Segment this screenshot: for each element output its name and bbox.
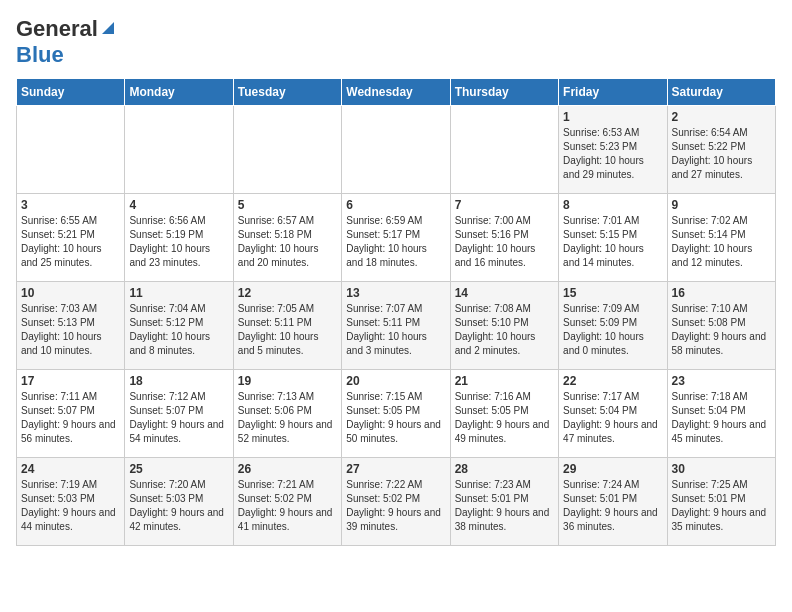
day-number: 4 [129, 198, 228, 212]
day-number: 9 [672, 198, 771, 212]
calendar-cell: 30Sunrise: 7:25 AMSunset: 5:01 PMDayligh… [667, 458, 775, 546]
day-number: 25 [129, 462, 228, 476]
day-info: Sunrise: 7:25 AMSunset: 5:01 PMDaylight:… [672, 478, 771, 534]
day-info: Sunrise: 7:07 AMSunset: 5:11 PMDaylight:… [346, 302, 445, 358]
calendar-cell: 28Sunrise: 7:23 AMSunset: 5:01 PMDayligh… [450, 458, 558, 546]
day-info: Sunrise: 7:12 AMSunset: 5:07 PMDaylight:… [129, 390, 228, 446]
day-header-sunday: Sunday [17, 79, 125, 106]
day-header-thursday: Thursday [450, 79, 558, 106]
day-number: 15 [563, 286, 662, 300]
day-info: Sunrise: 7:18 AMSunset: 5:04 PMDaylight:… [672, 390, 771, 446]
day-info: Sunrise: 7:09 AMSunset: 5:09 PMDaylight:… [563, 302, 662, 358]
day-header-monday: Monday [125, 79, 233, 106]
calendar-cell: 22Sunrise: 7:17 AMSunset: 5:04 PMDayligh… [559, 370, 667, 458]
logo-general: General [16, 16, 98, 42]
calendar-cell: 20Sunrise: 7:15 AMSunset: 5:05 PMDayligh… [342, 370, 450, 458]
day-info: Sunrise: 7:24 AMSunset: 5:01 PMDaylight:… [563, 478, 662, 534]
calendar-header-row: SundayMondayTuesdayWednesdayThursdayFrid… [17, 79, 776, 106]
calendar-table: SundayMondayTuesdayWednesdayThursdayFrid… [16, 78, 776, 546]
day-header-wednesday: Wednesday [342, 79, 450, 106]
calendar-body: 1Sunrise: 6:53 AMSunset: 5:23 PMDaylight… [17, 106, 776, 546]
day-header-friday: Friday [559, 79, 667, 106]
day-header-tuesday: Tuesday [233, 79, 341, 106]
week-row-2: 3Sunrise: 6:55 AMSunset: 5:21 PMDaylight… [17, 194, 776, 282]
day-info: Sunrise: 6:59 AMSunset: 5:17 PMDaylight:… [346, 214, 445, 270]
calendar-cell [17, 106, 125, 194]
day-info: Sunrise: 7:10 AMSunset: 5:08 PMDaylight:… [672, 302, 771, 358]
day-number: 22 [563, 374, 662, 388]
calendar-cell: 2Sunrise: 6:54 AMSunset: 5:22 PMDaylight… [667, 106, 775, 194]
day-number: 20 [346, 374, 445, 388]
logo-arrow-icon [100, 20, 116, 40]
calendar-cell: 19Sunrise: 7:13 AMSunset: 5:06 PMDayligh… [233, 370, 341, 458]
calendar-cell: 21Sunrise: 7:16 AMSunset: 5:05 PMDayligh… [450, 370, 558, 458]
calendar-cell [233, 106, 341, 194]
day-number: 1 [563, 110, 662, 124]
day-number: 28 [455, 462, 554, 476]
day-info: Sunrise: 7:16 AMSunset: 5:05 PMDaylight:… [455, 390, 554, 446]
day-info: Sunrise: 7:23 AMSunset: 5:01 PMDaylight:… [455, 478, 554, 534]
calendar-cell: 18Sunrise: 7:12 AMSunset: 5:07 PMDayligh… [125, 370, 233, 458]
day-info: Sunrise: 7:22 AMSunset: 5:02 PMDaylight:… [346, 478, 445, 534]
day-info: Sunrise: 7:11 AMSunset: 5:07 PMDaylight:… [21, 390, 120, 446]
day-number: 30 [672, 462, 771, 476]
page-header: General Blue [16, 16, 776, 68]
day-number: 17 [21, 374, 120, 388]
calendar-cell: 16Sunrise: 7:10 AMSunset: 5:08 PMDayligh… [667, 282, 775, 370]
calendar-cell: 10Sunrise: 7:03 AMSunset: 5:13 PMDayligh… [17, 282, 125, 370]
day-number: 12 [238, 286, 337, 300]
calendar-cell: 15Sunrise: 7:09 AMSunset: 5:09 PMDayligh… [559, 282, 667, 370]
day-info: Sunrise: 7:20 AMSunset: 5:03 PMDaylight:… [129, 478, 228, 534]
calendar-cell: 3Sunrise: 6:55 AMSunset: 5:21 PMDaylight… [17, 194, 125, 282]
day-number: 29 [563, 462, 662, 476]
day-number: 2 [672, 110, 771, 124]
calendar-cell: 23Sunrise: 7:18 AMSunset: 5:04 PMDayligh… [667, 370, 775, 458]
calendar-cell: 11Sunrise: 7:04 AMSunset: 5:12 PMDayligh… [125, 282, 233, 370]
day-number: 26 [238, 462, 337, 476]
day-info: Sunrise: 6:57 AMSunset: 5:18 PMDaylight:… [238, 214, 337, 270]
calendar-cell: 14Sunrise: 7:08 AMSunset: 5:10 PMDayligh… [450, 282, 558, 370]
week-row-3: 10Sunrise: 7:03 AMSunset: 5:13 PMDayligh… [17, 282, 776, 370]
calendar-cell: 12Sunrise: 7:05 AMSunset: 5:11 PMDayligh… [233, 282, 341, 370]
logo: General Blue [16, 16, 116, 68]
calendar-cell: 27Sunrise: 7:22 AMSunset: 5:02 PMDayligh… [342, 458, 450, 546]
calendar-cell: 6Sunrise: 6:59 AMSunset: 5:17 PMDaylight… [342, 194, 450, 282]
calendar-cell: 29Sunrise: 7:24 AMSunset: 5:01 PMDayligh… [559, 458, 667, 546]
day-info: Sunrise: 7:01 AMSunset: 5:15 PMDaylight:… [563, 214, 662, 270]
week-row-1: 1Sunrise: 6:53 AMSunset: 5:23 PMDaylight… [17, 106, 776, 194]
calendar-cell: 26Sunrise: 7:21 AMSunset: 5:02 PMDayligh… [233, 458, 341, 546]
day-number: 14 [455, 286, 554, 300]
calendar-cell [450, 106, 558, 194]
day-info: Sunrise: 6:56 AMSunset: 5:19 PMDaylight:… [129, 214, 228, 270]
day-number: 10 [21, 286, 120, 300]
day-info: Sunrise: 6:55 AMSunset: 5:21 PMDaylight:… [21, 214, 120, 270]
calendar-cell: 25Sunrise: 7:20 AMSunset: 5:03 PMDayligh… [125, 458, 233, 546]
day-number: 11 [129, 286, 228, 300]
day-info: Sunrise: 7:03 AMSunset: 5:13 PMDaylight:… [21, 302, 120, 358]
day-number: 16 [672, 286, 771, 300]
calendar-cell [342, 106, 450, 194]
calendar-cell: 8Sunrise: 7:01 AMSunset: 5:15 PMDaylight… [559, 194, 667, 282]
calendar-cell [125, 106, 233, 194]
calendar-cell: 24Sunrise: 7:19 AMSunset: 5:03 PMDayligh… [17, 458, 125, 546]
day-info: Sunrise: 7:17 AMSunset: 5:04 PMDaylight:… [563, 390, 662, 446]
week-row-5: 24Sunrise: 7:19 AMSunset: 5:03 PMDayligh… [17, 458, 776, 546]
day-info: Sunrise: 7:02 AMSunset: 5:14 PMDaylight:… [672, 214, 771, 270]
day-number: 3 [21, 198, 120, 212]
day-info: Sunrise: 6:54 AMSunset: 5:22 PMDaylight:… [672, 126, 771, 182]
week-row-4: 17Sunrise: 7:11 AMSunset: 5:07 PMDayligh… [17, 370, 776, 458]
day-info: Sunrise: 7:00 AMSunset: 5:16 PMDaylight:… [455, 214, 554, 270]
day-info: Sunrise: 7:08 AMSunset: 5:10 PMDaylight:… [455, 302, 554, 358]
day-info: Sunrise: 7:04 AMSunset: 5:12 PMDaylight:… [129, 302, 228, 358]
calendar-cell: 5Sunrise: 6:57 AMSunset: 5:18 PMDaylight… [233, 194, 341, 282]
logo-blue: Blue [16, 42, 64, 67]
day-info: Sunrise: 7:15 AMSunset: 5:05 PMDaylight:… [346, 390, 445, 446]
day-info: Sunrise: 7:13 AMSunset: 5:06 PMDaylight:… [238, 390, 337, 446]
day-number: 6 [346, 198, 445, 212]
day-number: 19 [238, 374, 337, 388]
day-info: Sunrise: 6:53 AMSunset: 5:23 PMDaylight:… [563, 126, 662, 182]
calendar-cell: 9Sunrise: 7:02 AMSunset: 5:14 PMDaylight… [667, 194, 775, 282]
day-number: 23 [672, 374, 771, 388]
day-number: 7 [455, 198, 554, 212]
svg-marker-0 [102, 22, 114, 34]
